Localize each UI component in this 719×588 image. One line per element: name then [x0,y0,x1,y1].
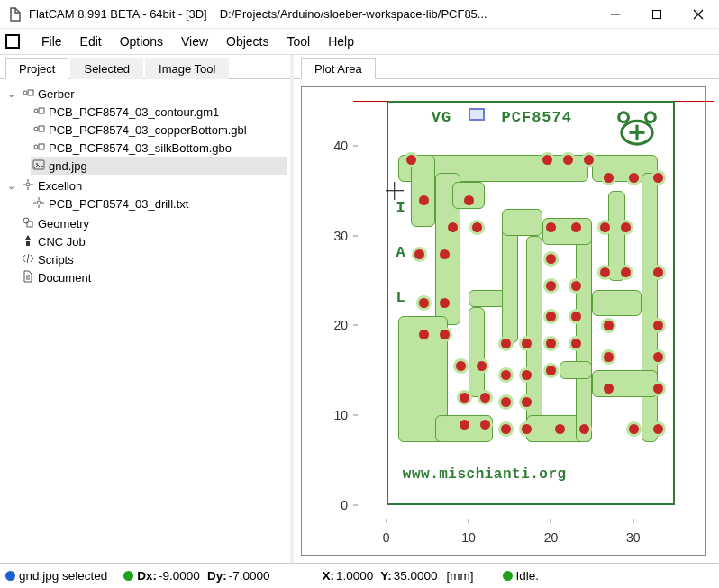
app-icon [7,6,23,23]
tree-geometry-label: Geometry [36,217,89,231]
gerber-icon [31,104,47,120]
crosshair-cursor [386,182,404,200]
pad [448,222,458,232]
document-icon [20,270,36,285]
cnc-icon [20,234,36,249]
tree-item-contour[interactable]: PCB_PCF8574_03_contour.gm1 [31,103,287,121]
x-tick-label: 20 [544,530,559,545]
status-x: 1.0000 [336,569,373,583]
pad [440,330,450,339]
silkscreen-text: L [396,290,406,305]
gerber-icon [20,86,36,102]
menu-file[interactable]: File [32,31,71,52]
y-tick-label: 20 [315,318,348,332]
status-selection: gnd.jpg selected [5,569,107,583]
pad [571,281,581,291]
geometry-icon [20,216,36,231]
x-tick-label: 0 [383,530,390,545]
tree-item-label: gnd.jpg [47,159,87,173]
minimize-button[interactable] [595,0,636,29]
tree-excellon-label: Excellon [36,179,82,193]
status-snap: Dx: -9.0000 Dy: -7.0000 [123,569,269,583]
pad [629,173,639,183]
tree-scripts[interactable]: Scripts [4,250,287,268]
menu-help[interactable]: Help [319,31,363,52]
tree-item-silkbottom[interactable]: PCB_PCF8574_03_silkBottom.gbo [31,139,287,157]
close-button[interactable] [678,0,719,29]
chevron-down-icon[interactable]: ⌄ [7,88,20,100]
tree-scripts-label: Scripts [36,253,74,267]
app-logo-icon [5,34,20,49]
svg-point-2 [23,91,27,95]
pad [546,281,556,291]
pad [600,222,610,232]
svg-point-12 [26,183,30,186]
project-panel: Project Selected Image Tool ⌄ Gerber PCB… [0,55,294,563]
copper-trace [592,370,658,397]
tree-item-copperbottom[interactable]: PCB_PCF8574_03_copperBottom.gbl [31,121,287,139]
y-tick-label: 0 [315,498,348,512]
pad [555,424,565,434]
pad [621,267,631,277]
logo-icon [608,101,666,155]
silkscreen-text: VG [432,110,451,125]
tab-project[interactable]: Project [5,58,68,79]
tree-item-gndjpg[interactable]: gnd.jpg [31,157,287,175]
menu-edit[interactable]: Edit [71,31,111,52]
svg-point-4 [34,109,38,113]
svg-rect-5 [39,108,44,113]
menu-objects[interactable]: Objects [217,31,278,52]
tree-item-drill[interactable]: PCB_PCF8574_03_drill.txt [31,194,287,213]
pad [419,195,429,205]
silkscreen-text: www.mischianti.org [403,467,567,482]
tab-plotarea[interactable]: Plot Area [301,58,376,79]
window-path: D:/Projects/Arduino/sloeber-workspace-li… [220,7,595,21]
svg-point-17 [619,113,629,122]
tree-excellon[interactable]: ⌄ Excellon [4,176,287,194]
x-tick-label: 30 [626,530,641,545]
menu-options[interactable]: Options [111,31,172,52]
window-title: FlatCAM 8.991 BETA - 64bit - [3D] [29,7,207,21]
plot-canvas[interactable]: VGPCF8574IALwww.mischianti.org 010203040… [301,86,706,556]
tree-geometry[interactable]: Geometry [4,214,287,232]
pad [440,249,450,259]
status-units: [mm] [447,569,474,583]
pad [629,424,639,434]
pcb-board: VGPCF8574IALwww.mischianti.org [387,101,675,505]
status-y: 35.0000 [394,569,438,583]
svg-point-14 [23,218,29,223]
status-x-label: X: [322,569,334,583]
status-dy-label: Dy: [207,569,227,583]
pad [621,222,631,232]
svg-point-6 [34,127,38,131]
status-selection-text: gnd.jpg selected [19,569,107,583]
menu-view[interactable]: View [172,31,217,52]
svg-rect-9 [39,144,44,149]
chevron-down-icon[interactable]: ⌄ [7,180,20,192]
plot-tabs: Plot Area [294,55,719,79]
tree-cncjob-label: CNC Job [36,235,86,249]
state-dot-icon [503,571,513,581]
pad [472,222,482,232]
tab-selected[interactable]: Selected [70,58,143,79]
pad [563,155,573,165]
status-dx-label: Dx: [137,569,157,583]
tree-cncjob[interactable]: CNC Job [4,232,287,250]
pad [600,267,610,277]
tab-imagetool[interactable]: Image Tool [145,58,229,79]
maximize-button[interactable] [636,0,678,29]
pad [542,155,552,165]
status-dx: -9.0000 [159,569,200,583]
left-tabs: Project Selected Image Tool [0,55,290,79]
menu-tool[interactable]: Tool [278,31,320,52]
tree-gerber-label: Gerber [36,87,74,101]
project-tree[interactable]: ⌄ Gerber PCB_PCF8574_03_contour.gm1 PCB_… [0,79,290,563]
plot-area[interactable]: VGPCF8574IALwww.mischianti.org 010203040… [294,79,719,563]
plot-panel: Plot Area VGPCF8574IALwww.mischianti.org… [294,55,719,563]
svg-rect-3 [28,90,33,95]
tree-document[interactable]: Document [4,268,287,286]
snap-dot-icon [123,571,133,581]
pad [406,155,416,165]
tree-gerber[interactable]: ⌄ Gerber [4,85,287,103]
tree-item-label: PCB_PCF8574_03_drill.txt [47,197,188,211]
